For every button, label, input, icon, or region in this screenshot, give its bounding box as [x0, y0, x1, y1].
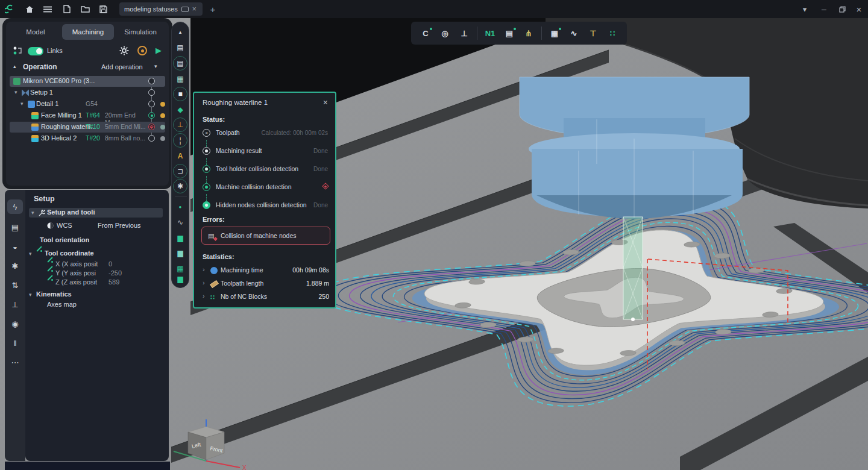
monitor-icon — [181, 7, 189, 12]
holder-icon[interactable]: ⊐ — [173, 164, 187, 178]
kinematics-bars-icon[interactable]: ‖ — [7, 336, 23, 350]
face-milling-op-icon — [31, 112, 39, 119]
status-item-toolpath[interactable]: ≡ Toolpath Calculated: 00h 00m 02s — [203, 128, 328, 140]
links-toggle[interactable] — [28, 47, 43, 55]
tool-pair-icon[interactable]: ⋔ — [520, 25, 537, 41]
restore-icon[interactable] — [834, 2, 850, 16]
application-window: Left Front X modeling statuses × + — [0, 0, 868, 470]
tab-model[interactable]: Model — [10, 24, 61, 40]
result-book-icon[interactable]: ▆ — [173, 246, 187, 260]
spline-icon[interactable]: ∿ — [173, 215, 187, 230]
play-icon[interactable]: ▶ — [156, 46, 162, 55]
document-tab[interactable]: modeling statuses × — [119, 2, 203, 16]
save-icon[interactable] — [95, 2, 111, 16]
tab-machining[interactable]: Machining — [62, 24, 114, 40]
stock-icon[interactable]: ■ — [173, 87, 187, 101]
tree-row-roughing-waterline[interactable]: Roughing waterli... T#10 5mm End Mi... — [10, 122, 165, 133]
postprocess-doc-icon[interactable]: ▤ — [501, 25, 518, 41]
status-item-tool-holder-collision[interactable]: Tool holder collision detection Done — [203, 164, 328, 176]
tree-row-detail[interactable]: ▾ Detail 1 G54 — [10, 99, 165, 110]
machine-outline-icon[interactable]: ▤ — [173, 40, 187, 55]
tree-row-3d-helical[interactable]: 3D Helical 2 T#20 8mm Ball no... — [10, 133, 165, 144]
tree-row-setup[interactable]: ▾ Setup 1 — [10, 87, 165, 98]
window-close-icon[interactable]: × — [851, 2, 867, 16]
point-icon[interactable]: ● — [173, 199, 187, 214]
axes-map-row[interactable]: Axes map — [25, 300, 169, 310]
window-dropdown-icon[interactable]: ▾ — [797, 2, 813, 16]
transform-arrows-icon[interactable]: ⇅ — [7, 278, 23, 292]
machining-result-status-icon — [203, 147, 210, 155]
fixture-icon[interactable]: ◆ — [173, 102, 187, 117]
axis-z-value: 589 — [108, 278, 119, 286]
stat-toolpath-length[interactable]: › Toolpath length 1.889 m — [203, 278, 329, 290]
status-item-hidden-nodes[interactable]: Hidden nodes collision detection Done — [203, 200, 328, 212]
axis-z-row[interactable]: Z (Z axis posit 589 — [25, 278, 169, 287]
tab-close-icon[interactable]: × — [192, 5, 197, 13]
axis-y-row[interactable]: Y (Y axis posi -250 — [25, 269, 169, 278]
kinematics-header[interactable]: ▾ Kinematics — [25, 290, 169, 299]
snap-c-icon[interactable]: C — [417, 25, 434, 41]
screw-icon[interactable]: ⊥ — [173, 118, 187, 132]
axis-x-row[interactable]: X (X axis posit 0 — [25, 260, 169, 269]
add-operation-button[interactable]: Add operation — [101, 63, 143, 70]
collapse-operations-icon[interactable]: ▴ — [13, 63, 16, 69]
wrench-icon — [39, 210, 45, 216]
tool-orientation-header: Tool orientation — [25, 236, 169, 245]
stat-nc-blocks[interactable]: › ∷ Nb of NC Blocks 250 — [203, 292, 329, 304]
menu-icon[interactable] — [40, 2, 55, 16]
wcs-row[interactable]: WCS From Previous — [25, 221, 169, 231]
statistics-chart-icon[interactable]: ∿ — [565, 25, 582, 41]
drill-bit-icon[interactable]: ¦ — [173, 133, 187, 148]
measure-gauge-icon[interactable]: ◎ — [436, 25, 453, 41]
recalculate-icon[interactable] — [137, 46, 147, 55]
workpiece-icon[interactable]: ▦ — [173, 72, 187, 86]
open-folder-icon[interactable] — [77, 2, 93, 16]
tool-single-icon[interactable]: ⊤ — [585, 25, 602, 41]
minimize-icon[interactable]: – — [816, 2, 832, 16]
dot-grid-icon[interactable]: ∷ — [604, 25, 621, 41]
new-tab-icon[interactable]: + — [205, 2, 221, 16]
gear-icon[interactable] — [119, 46, 129, 55]
more-icon[interactable]: ⋯ — [7, 355, 23, 369]
nc-code-icon[interactable]: N1 — [482, 25, 498, 41]
collapse-icon[interactable]: ▴ — [173, 25, 187, 39]
gear-star-icon[interactable]: ✱ — [173, 179, 187, 193]
popup-close-icon[interactable]: × — [323, 98, 328, 107]
nc-blocks-icon: ∷ — [210, 293, 218, 301]
compass-icon[interactable]: ◒ — [7, 239, 23, 254]
setup-tooling-group-row[interactable]: ▾ Setup and tooli — [29, 208, 163, 218]
tree-row-machine[interactable]: Mikron VCE600 Pro (3... — [10, 76, 165, 87]
status-item-machining-result[interactable]: Machining result Done — [203, 146, 328, 158]
status-item-machine-collision[interactable]: Machine collision detection — [203, 182, 328, 194]
popup-title: Roughing waterline 1 — [203, 99, 268, 106]
toolpath-status-icon: ≡ — [203, 129, 210, 137]
axis-arrow-icon — [47, 279, 53, 285]
screw-tool-icon[interactable]: ⊥ — [7, 297, 23, 312]
hidden-nodes-status-icon — [203, 201, 210, 209]
control-panel-icon[interactable]: ▦ — [546, 25, 563, 41]
home-icon[interactable] — [22, 2, 37, 16]
caliper-icon[interactable]: ⊥ — [456, 25, 473, 41]
toolbar-separator — [477, 27, 477, 40]
stat-machining-time[interactable]: › Machining time 00h 09m 08s — [203, 265, 329, 277]
axis-y-value: -250 — [108, 269, 122, 277]
machine-icon[interactable]: ▤ — [7, 220, 23, 234]
wcs-dial-icon[interactable]: ◉ — [7, 316, 23, 331]
holder-a-icon[interactable]: A — [173, 149, 187, 163]
tree-row-face-milling[interactable]: Face Milling 1 T#64 20mm End M... — [10, 110, 165, 121]
titlebar: modeling statuses × + ▾ – × — [0, 0, 868, 18]
new-file-icon[interactable] — [59, 2, 75, 16]
tab-simulation[interactable]: Simulation — [115, 24, 166, 40]
notes-book-icon[interactable]: ▆ — [173, 272, 187, 286]
tool-coordinate-header[interactable]: ▾ Tool coordinate — [25, 249, 169, 258]
machine-collision-status-icon — [203, 183, 210, 191]
setup-power-icon[interactable]: ϟ — [7, 199, 23, 214]
error-item[interactable]: ▤ Collision of machine nodes — [201, 227, 330, 245]
add-operation-dropdown-icon[interactable]: ▾ — [154, 63, 157, 69]
toolpath-book-icon[interactable]: ▆ — [173, 231, 187, 245]
app-logo[interactable] — [5, 4, 16, 14]
machine-visible-icon[interactable]: ▤ — [173, 56, 187, 70]
settings-gear-icon[interactable]: ✱ — [7, 258, 23, 273]
axis-arrow-icon — [36, 250, 42, 256]
spindle[interactable] — [520, 77, 749, 219]
